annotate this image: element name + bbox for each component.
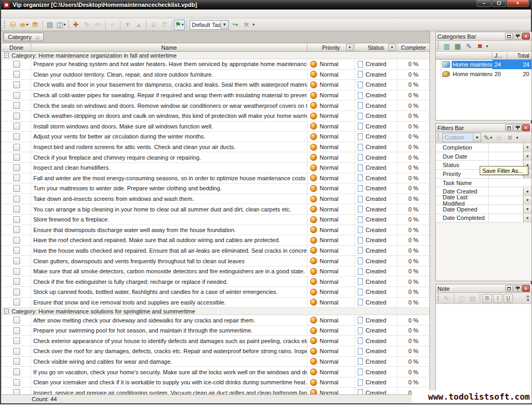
status-cell[interactable]: Created [355,163,397,173]
task-row[interactable]: After snow melting check your driveway a… [2,315,430,326]
task-row[interactable]: Check visible wiring and cables for wear… [2,357,430,367]
status-cell[interactable]: Created [355,183,397,193]
filter-dropdown-button[interactable]: ▼ [523,143,531,152]
complete-cell[interactable]: 0 % [397,70,430,80]
done-checkbox[interactable] [13,226,20,233]
done-checkbox[interactable] [13,154,20,161]
task-row[interactable]: Take down anti-insects screens from wind… [2,194,430,205]
priority-cell[interactable]: Normal [307,204,355,214]
filters-pin-button[interactable] [514,124,521,131]
menu-item-tasks[interactable] [19,13,26,14]
filter-value-field[interactable] [489,187,523,196]
status-cell[interactable]: Created [355,346,397,356]
underline-button[interactable]: U [503,294,513,303]
task-row[interactable]: Check the seals on windows and doors. Re… [2,100,430,111]
priority-cell[interactable]: Normal [307,357,355,367]
open-database-button[interactable]: ⛂▾ [18,20,30,30]
filter-value-field[interactable] [489,205,523,214]
apply-task-type-button[interactable]: ↪ [230,20,241,30]
done-checkbox[interactable] [13,92,20,99]
category-tree-row[interactable]: Home maintenance orga 24 24 [436,60,531,69]
delete-task-button[interactable]: ✑ [92,20,104,30]
status-cell[interactable]: Created [355,315,397,325]
collapse-icon[interactable]: − [4,309,9,313]
name-cell[interactable]: Check visible wiring and cables for wear… [31,357,307,367]
complete-cell[interactable]: 0 % [397,152,430,162]
name-cell[interactable]: Install storm windows and doors. Make su… [31,122,307,132]
filter-dropdown-button[interactable]: ▼ [523,196,531,205]
status-cell[interactable]: Created [355,132,397,142]
move-to-top-button[interactable]: ⇈ [159,20,170,30]
menu-item-tools[interactable] [34,13,41,14]
filters-close-button[interactable]: × [522,124,530,131]
view-filter-button[interactable]: ⚑▾ [174,20,185,30]
edit-category-button[interactable]: ✎ [463,41,474,51]
done-checkbox[interactable] [13,317,20,324]
filter-row[interactable]: Task Name ▼ [436,179,531,188]
priority-cell[interactable]: Normal [307,70,355,80]
task-row[interactable]: Ensure that snow and ice removal tools a… [2,298,430,308]
edit-task-button[interactable]: ✎ [81,20,92,30]
name-cell[interactable]: Store firewood for a fireplace. [31,215,307,225]
priority-cell[interactable]: Normal [307,315,355,325]
task-row[interactable]: Stock up canned foods, bottled water, fl… [2,287,430,298]
priority-cell[interactable]: Normal [307,152,355,162]
task-row[interactable]: Clean gutters, downspouts and vents freq… [2,256,430,266]
name-cell[interactable]: Check if the fire extinguisher is fully … [31,276,307,287]
done-checkbox[interactable] [13,278,20,285]
note-print-button[interactable]: ▤ [467,293,478,303]
complete-cell[interactable]: 0 % [397,194,430,204]
task-row[interactable]: If you go on vacation, check your home's… [2,367,430,377]
priority-cell[interactable]: Normal [307,173,355,183]
task-row[interactable]: Prepare your swimming pool for hot seaso… [2,326,430,336]
categories-close-button[interactable]: × [522,33,530,40]
category-total-column[interactable]: Total [507,52,531,59]
status-cell[interactable]: Created [355,152,397,162]
complete-cell[interactable]: 0 % [397,266,430,276]
task-row[interactable]: Have the house walls checked and repaire… [2,246,430,256]
complete-cell[interactable]: 0 % [397,276,430,287]
done-checkbox[interactable] [13,299,20,306]
new-database-button[interactable]: ⛁ [7,20,18,30]
save-filter-button[interactable]: ✎▾ [482,132,493,143]
priority-cell[interactable]: Normal [307,256,355,266]
filter-value-field[interactable] [489,143,523,152]
priority-cell[interactable]: Normal [307,163,355,173]
filter-row[interactable]: Date Opened ▼ [436,205,531,214]
done-checkbox[interactable] [13,368,20,375]
name-cell[interactable]: After snow melting check your driveway a… [31,315,307,325]
filter-row[interactable]: Due Date ▼ [436,152,531,161]
done-checkbox[interactable] [13,174,20,181]
task-row[interactable]: Inspect and clean humidifiers. Normal Cr… [2,163,430,173]
task-row[interactable]: Clean your outdoor territory. Clean, rep… [2,70,430,80]
priority-cell[interactable]: Normal [307,336,355,346]
priority-cell[interactable]: Normal [307,367,355,377]
priority-cell[interactable]: Normal [307,246,355,256]
done-checkbox[interactable] [13,123,20,130]
priority-cell[interactable]: Normal [307,122,355,132]
status-cell[interactable]: Created [355,173,397,183]
filter-dropdown-button[interactable]: ▼ [523,214,531,223]
done-checkbox[interactable] [13,348,20,355]
move-to-bottom-button[interactable]: ⇊ [148,20,159,30]
done-checkbox[interactable] [13,247,20,254]
done-checkbox[interactable] [13,185,20,192]
task-type-dropdown-button[interactable]: ▼ [220,21,228,29]
task-row[interactable]: Adjust your vents for better air circula… [2,132,430,142]
name-cell[interactable]: Make sure that all smoke detectors, carb… [31,266,307,276]
priority-cell[interactable]: Normal [307,194,355,204]
filter-preset-combobox[interactable]: Custom ▼ [442,133,481,142]
name-cell[interactable]: Clean your outdoor territory. Clean, rep… [31,70,307,80]
name-cell[interactable]: Turn your mattresses to winter side. Pre… [31,183,307,193]
name-cell[interactable]: Prepare your heating system and hot wate… [31,59,307,69]
complete-cell[interactable]: 0 % [397,377,430,387]
complete-cell[interactable]: 0 % [397,122,430,132]
note-toolbar-overflow-button[interactable]: » ▾ [526,294,530,302]
status-cell[interactable]: Created [355,276,397,287]
complete-cell[interactable]: 0 % [397,225,430,235]
task-row[interactable]: Inspect, service and prepare air conditi… [2,387,430,394]
filter-row[interactable]: Completion ▼ [436,143,531,152]
category-name-column[interactable] [436,52,492,59]
status-cell[interactable]: Created [355,367,397,377]
menu-item-categories[interactable] [26,13,34,14]
